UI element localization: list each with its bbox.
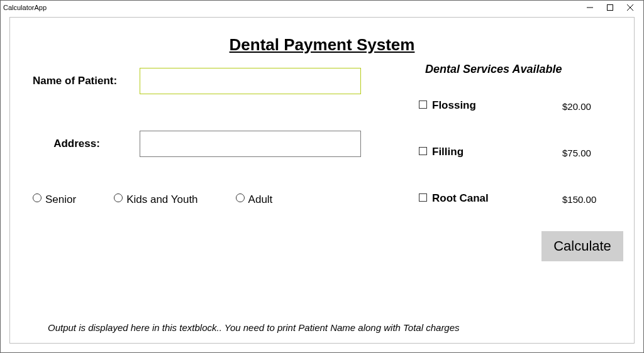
patient-name-input[interactable] (140, 68, 361, 94)
service-label-flossing: Flossing (432, 99, 476, 112)
calculate-button[interactable]: Calculate (541, 231, 623, 261)
service-filling[interactable]: Filling (419, 146, 464, 158)
output-textblock: Output is displayed here in this textblo… (48, 322, 596, 333)
price-root-canal: $150.00 (562, 194, 596, 205)
address-input[interactable] (140, 131, 361, 157)
service-root-canal[interactable]: Root Canal (419, 192, 489, 205)
service-label-root-canal: Root Canal (432, 192, 489, 205)
radio-label-adult: Adult (248, 193, 273, 206)
window-title: CalculatorApp (3, 4, 47, 11)
radio-icon (114, 193, 123, 202)
service-flossing[interactable]: Flossing (419, 99, 476, 112)
radio-senior[interactable]: Senior (33, 193, 76, 206)
radio-icon (236, 193, 245, 202)
checkbox-icon (419, 147, 427, 155)
minimize-icon[interactable] (586, 3, 594, 12)
svg-rect-1 (608, 5, 613, 11)
patient-type-radios: Senior Kids and Youth Adult (33, 193, 272, 206)
label-patient-name: Name of Patient: (33, 75, 140, 87)
row-patient-name: Name of Patient: (33, 68, 361, 94)
maximize-icon[interactable] (606, 3, 614, 12)
radio-label-senior: Senior (45, 193, 76, 206)
titlebar: CalculatorApp (1, 1, 643, 14)
close-icon[interactable] (626, 3, 635, 12)
price-flossing: $20.00 (562, 101, 591, 112)
service-label-filling: Filling (432, 146, 464, 158)
radio-kids-youth[interactable]: Kids and Youth (114, 193, 197, 206)
row-address: Address: (33, 131, 361, 157)
radio-adult[interactable]: Adult (236, 193, 273, 206)
label-address: Address: (33, 138, 140, 150)
services-header: Dental Services Available (425, 63, 562, 76)
window-controls (586, 3, 641, 12)
page-title: Dental Payment System (10, 35, 634, 55)
radio-icon (33, 193, 42, 202)
radio-label-kids: Kids and Youth (126, 193, 197, 206)
price-filling: $75.00 (562, 148, 591, 158)
checkbox-icon (419, 193, 427, 202)
content-area: Dental Payment System Name of Patient: A… (9, 17, 635, 344)
checkbox-icon (419, 100, 427, 109)
